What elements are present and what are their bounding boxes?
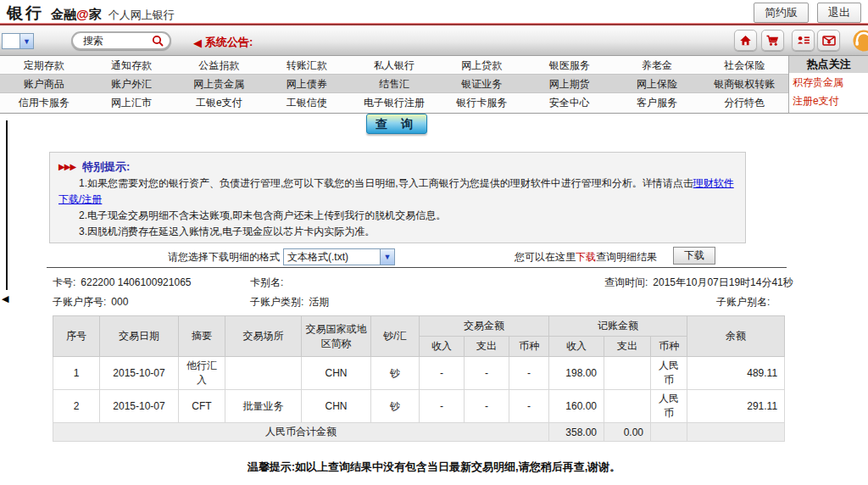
table-summary-row: 人民币合计金额 358.00 0.00 [53,423,785,442]
menu-item-account-forex[interactable]: 账户外汇 [87,75,175,92]
menu-item-bank-merchant-transfer[interactable]: 银商银权转账 [701,75,788,92]
online-banking-page: 银行 金融@家 个人网上银行 简约版 退出 ▼ 搜索 ◀ 系统公告: [0,0,868,485]
hot-topics-title: 热点关注 [789,56,868,73]
simple-version-button[interactable]: 简约版 [754,3,809,23]
summary-book-in: 358.00 [549,423,604,442]
menu-item-online-bond[interactable]: 网上债券 [263,75,350,92]
table-row: 2 2015-10-07 CFT 批量业务 CHN 钞 - - - 160.00… [53,390,785,423]
col-txn-currency: 币种 [509,337,549,357]
col-balance: 余额 [687,316,785,357]
menu-item-fixed-deposit[interactable]: 定期存款 [0,56,87,74]
header-buttons: 简约版 退出 [754,3,861,23]
headset-icon[interactable] [849,29,868,53]
hot-link-precious-metal[interactable]: 积存贵金属 [789,73,868,92]
notice-line-1: 1.如果您需要对您的银行资产、负债进行管理,您可以下载您的当日明细,导入工商银行… [58,176,737,208]
col-summary: 摘要 [179,316,225,357]
col-book-out: 支出 [604,337,651,357]
col-book-in: 收入 [549,337,604,357]
query-button[interactable]: 查 询 [366,114,427,134]
special-notice-title: ▶▶▶ 特别提示: [58,159,737,175]
menu-item-icbc-messenger[interactable]: 工银信使 [263,93,350,112]
section-divider [47,267,787,268]
menu-row-3: 信用卡服务 网上汇市 工银e支付 工银信使 电子银行注册 银行卡服务 安全中心 … [0,93,788,112]
menu-item-precious-metal[interactable]: 网上贵金属 [175,75,263,92]
mail-download-icon[interactable] [817,30,840,51]
col-group-txn-amount: 交易金额 [420,316,549,337]
menu-row-2: 账户商品 账户外汇 网上贵金属 网上债券 结售汇 银证业务 网上期货 网上保险 … [0,75,788,93]
top-header: 银行 金融@家 个人网上银行 简约版 退出 [0,0,868,23]
menu-item-private-banking[interactable]: 私人银行 [350,56,437,74]
bank-logo: 银行 金融@家 个人网上银行 [7,3,175,25]
menu-row-1: 定期存款 通知存款 公益捐款 转账汇款 私人银行 网上贷款 银医服务 养老金 社… [0,56,788,75]
menu-item-bank-medical[interactable]: 银医服务 [526,56,613,74]
menu-item-ebanking-register[interactable]: 电子银行注册 [350,93,437,112]
summary-balance [687,423,785,442]
summary-label: 人民币合计金额 [53,423,549,442]
contacts-icon[interactable] [792,30,815,51]
col-cash-remit: 钞/汇 [371,316,420,357]
summary-book-out: 0.00 [604,423,651,442]
menu-item-social-insurance[interactable]: 社会保险 [701,56,788,74]
col-place: 交易场所 [225,316,302,357]
menu-item-bank-securities[interactable]: 银证业务 [438,75,526,92]
col-group-book-amount: 记账金额 [549,316,687,337]
menu-grid: 定期存款 通知存款 公益捐款 转账汇款 私人银行 网上贷款 银医服务 养老金 社… [0,56,788,113]
menu-item-forex-market[interactable]: 网上汇市 [87,93,175,112]
collapse-arrow-icon[interactable]: ◀ [2,293,8,304]
menu-item-icbc-epay[interactable]: 工银e支付 [175,93,263,112]
brand-text: 金融@家 [51,7,102,23]
menu-item-forex-settlement[interactable]: 结售汇 [350,75,437,92]
transaction-table: 序号 交易日期 摘要 交易场所 交易国家或地区简称 钞/汇 交易金额 记账金额 … [53,315,785,442]
triple-arrow-icon: ▶▶▶ [58,159,75,175]
download-format-select[interactable]: 文本格式(.txt) ▼ [283,248,395,265]
menu-item-bank-card[interactable]: 银行卡服务 [438,93,526,112]
col-seq: 序号 [53,316,100,357]
menu-item-transfer-remit[interactable]: 转账汇款 [263,56,350,74]
menu-item-charity-donation[interactable]: 公益捐款 [175,56,263,74]
menu-item-pension[interactable]: 养老金 [613,56,700,74]
special-notice-box: ▶▶▶ 特别提示: 1.如果您需要对您的银行资产、负债进行管理,您可以下载您的当… [49,152,746,243]
notice-line-3: 3.因脱机消费存在延迟入账情况,电子现金应以芯片卡内实际为准。 [58,224,737,240]
menu-item-customer-service[interactable]: 客户服务 [613,93,700,112]
card-alias-field: 卡别名: [250,276,288,290]
brand-at-sign: @ [76,7,89,21]
menu-item-branch-features[interactable]: 分行特色 [701,93,788,112]
footer-reminder: 温馨提示:如以上查询结果中没有包含当日最新交易明细,请您稍后再查,谢谢。 [0,460,868,475]
card-number-field: 卡号:622200 1406100921065 [53,276,191,290]
logout-button[interactable]: 退出 [817,3,861,23]
main-menu: 定期存款 通知存款 公益捐款 转账汇款 私人银行 网上贷款 银医服务 养老金 社… [0,56,868,114]
col-book-currency: 币种 [651,337,687,357]
col-txn-in: 收入 [420,337,465,357]
menu-item-security-center[interactable]: 安全中心 [526,93,613,112]
home-icon[interactable] [734,30,757,51]
menu-item-credit-card[interactable]: 信用卡服务 [0,93,87,112]
col-country: 交易国家或地区简称 [302,316,371,357]
col-txn-out: 支出 [465,337,509,357]
personal-banking-label: 个人网上银行 [108,8,175,23]
summary-book-currency [651,423,687,442]
menu-item-online-insurance[interactable]: 网上保险 [613,75,700,92]
download-row: 请您选择下载明细的格式 文本格式(.txt) ▼ 您可以在这里下载查询明细结果 … [0,247,868,265]
table-row: 1 2015-10-07 他行汇入 CHN 钞 - - - 198.00 人民币… [53,357,785,390]
toolbar-icon-group [0,25,868,56]
cart-icon[interactable] [761,30,784,51]
chevron-down-icon: ▼ [380,249,394,265]
toolbar: ▼ 搜索 ◀ 系统公告: [0,25,868,56]
menu-item-online-loan[interactable]: 网上贷款 [438,56,526,74]
menu-item-online-futures[interactable]: 网上期货 [526,75,613,92]
col-date: 交易日期 [100,316,179,357]
table-header-row-1: 序号 交易日期 摘要 交易场所 交易国家或地区简称 钞/汇 交易金额 记账金额 … [53,316,785,337]
notice-line-2: 2.电子现金交易明细不含未达账项,即未包含商户还未上传到我行的脱机交易信息。 [58,208,737,224]
download-hint: 您可以在这里下载查询明细结果 [515,250,657,265]
download-button[interactable]: 下载 [673,247,715,265]
sub-account-seq-field: 子账户序号:000 [53,295,128,309]
download-format-label: 请您选择下载明细的格式 [168,250,280,265]
bank-logo-text: 银行 [7,3,44,25]
hot-topics-panel: 热点关注 积存贵金属 注册e支付 [788,56,868,113]
query-time-field: 查询时间:2015年10月07日19时14分41秒 [604,276,793,290]
sub-account-alias-field: 子账户别名: [716,295,775,309]
menu-item-notice-deposit[interactable]: 通知存款 [87,56,175,74]
sub-account-type-field: 子账户类别:活期 [250,295,329,309]
hot-link-epay-register[interactable]: 注册e支付 [789,92,868,110]
menu-item-account-commodity[interactable]: 账户商品 [0,75,87,92]
